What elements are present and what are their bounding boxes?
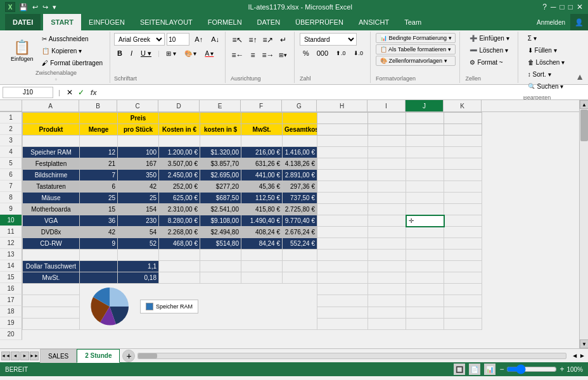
cell-A15[interactable]: MwSt. xyxy=(23,272,80,284)
underline-btn[interactable]: U ▾ xyxy=(137,47,155,60)
cell-I17[interactable] xyxy=(368,295,406,307)
insert-cells-btn[interactable]: ➕ Einfügen ▾ xyxy=(465,33,513,44)
cell-J12[interactable] xyxy=(406,238,444,250)
cell-C3[interactable] xyxy=(118,136,159,147)
cell-K5[interactable] xyxy=(444,158,482,170)
cell-G7[interactable]: 297,36 € xyxy=(283,181,317,193)
cell-J18[interactable] xyxy=(406,307,444,318)
cell-K7[interactable] xyxy=(444,181,482,193)
cell-D8[interactable]: 625,00 € xyxy=(159,193,200,204)
row-6[interactable]: 6 xyxy=(0,169,22,180)
cell-H17[interactable] xyxy=(317,295,368,307)
cell-G4[interactable]: 1.416,00 € xyxy=(283,147,317,158)
cell-B1[interactable] xyxy=(80,113,118,124)
cell-J10[interactable]: ✛ xyxy=(406,215,444,227)
cell-G10[interactable]: 9.770,40 € xyxy=(283,215,317,227)
cell-H16[interactable] xyxy=(317,284,368,295)
cell-G5[interactable]: 4.138,26 € xyxy=(283,158,317,170)
cell-B12[interactable]: 9 xyxy=(80,238,118,250)
align-top-right-btn[interactable]: ≡↗ xyxy=(261,33,275,47)
cell-C10[interactable]: 230 xyxy=(118,215,159,227)
cell-E9[interactable]: $2.541,00 xyxy=(200,204,241,215)
cell-A13[interactable] xyxy=(23,250,80,261)
cell-J6[interactable] xyxy=(406,170,444,181)
cell-E4[interactable]: $1.320,00 xyxy=(200,147,241,158)
cell-J16[interactable] xyxy=(406,284,444,295)
row-10[interactable]: 10 xyxy=(0,215,22,226)
cell-A11[interactable]: DVD8x xyxy=(23,227,80,238)
cell-J4[interactable] xyxy=(406,147,444,158)
confirm-formula-btn[interactable]: ✓ xyxy=(77,88,86,97)
cell-K9[interactable] xyxy=(444,204,482,215)
hscroll-left-btn[interactable]: ◄ xyxy=(572,352,578,359)
autosum-btn[interactable]: Σ ▾ xyxy=(523,33,569,44)
cell-H12[interactable] xyxy=(317,238,368,250)
row-11[interactable]: 11 xyxy=(0,226,22,238)
increase-font-btn[interactable]: A↑ xyxy=(191,33,206,46)
help-btn[interactable]: ? xyxy=(542,3,547,11)
cell-F6[interactable]: 441,00 € xyxy=(241,170,283,181)
row-2[interactable]: 2 xyxy=(0,124,22,135)
cell-C11[interactable]: 54 xyxy=(118,227,159,238)
cell-B4[interactable]: 12 xyxy=(80,147,118,158)
cell-D1[interactable] xyxy=(159,113,200,124)
redo-quick-btn[interactable]: ↪ xyxy=(41,3,49,11)
bold-btn[interactable]: B xyxy=(114,47,125,60)
cell-K1[interactable] xyxy=(444,113,482,124)
undo-quick-btn[interactable]: ↩ xyxy=(31,3,39,11)
cell-I16[interactable] xyxy=(368,284,406,295)
cell-B10[interactable]: 36 xyxy=(80,215,118,227)
cell-H7[interactable] xyxy=(317,181,368,193)
cell-H3[interactable] xyxy=(317,136,368,147)
tab-prev-btn[interactable]: ◄◄ xyxy=(1,352,10,360)
cell-C1[interactable]: Preis xyxy=(118,113,159,124)
increase-decimal-btn[interactable]: ⬆.0 xyxy=(333,47,349,60)
align-right-btn[interactable]: ≡→ xyxy=(261,48,275,62)
cell-D6[interactable]: 2.450,00 € xyxy=(159,170,200,181)
cell-I6[interactable] xyxy=(368,170,406,181)
cell-I12[interactable] xyxy=(368,238,406,250)
tab-next-btn[interactable]: ► xyxy=(20,352,29,360)
row-17[interactable]: 17 xyxy=(0,294,22,306)
cell-I8[interactable] xyxy=(368,193,406,204)
cell-C15[interactable]: 0,18 xyxy=(118,272,159,284)
restore-btn[interactable]: □ xyxy=(560,3,565,11)
cell-G15[interactable] xyxy=(283,272,317,284)
clipboard-expand[interactable]: ⬦ xyxy=(54,76,58,82)
cell-B3[interactable] xyxy=(80,136,118,147)
cell-D10[interactable]: 8.280,00 € xyxy=(159,215,200,227)
cell-A4[interactable]: Speicher RAM xyxy=(23,147,80,158)
row-7[interactable]: 7 xyxy=(0,180,22,192)
cell-A1[interactable] xyxy=(23,113,80,124)
cell-B14[interactable] xyxy=(80,261,118,272)
col-header-H[interactable]: H xyxy=(317,100,368,111)
cell-H18[interactable] xyxy=(317,307,368,318)
cell-D2[interactable]: Kosten in € xyxy=(159,124,200,136)
sheet-tab-2stunde[interactable]: 2 Stunde xyxy=(77,349,120,363)
cell-J11[interactable] xyxy=(406,227,444,238)
cell-C7[interactable]: 42 xyxy=(118,181,159,193)
cell-E3[interactable] xyxy=(200,136,241,147)
cell-K19[interactable] xyxy=(444,318,482,329)
cell-A3[interactable] xyxy=(23,136,80,147)
cell-E6[interactable]: $2.695,00 xyxy=(200,170,241,181)
cell-F2[interactable]: MwSt. xyxy=(241,124,283,136)
cell-C4[interactable]: 100 xyxy=(118,147,159,158)
row-18[interactable]: 18 xyxy=(0,306,22,317)
page-break-btn[interactable]: 📊 xyxy=(484,364,495,375)
ribbon-collapse-btn[interactable]: ▲ xyxy=(574,70,585,83)
minimize-btn[interactable]: ─ xyxy=(551,3,556,11)
cell-H15[interactable] xyxy=(317,272,368,284)
cell-F9[interactable]: 415,80 € xyxy=(241,204,283,215)
cell-D9[interactable]: 2.310,00 € xyxy=(159,204,200,215)
cell-H10[interactable] xyxy=(317,215,368,227)
comma-btn[interactable]: 000 xyxy=(314,47,331,60)
cell-A7[interactable]: Tastaturen xyxy=(23,181,80,193)
scroll-down-btn[interactable]: ▼ xyxy=(580,339,588,348)
col-header-A[interactable]: A xyxy=(22,100,79,111)
row-14[interactable]: 14 xyxy=(0,260,22,272)
tab-prev2-btn[interactable]: ◄ xyxy=(11,352,20,360)
cell-D15[interactable] xyxy=(159,272,200,284)
format-as-table-btn[interactable]: 📋 Als Tabelle formatieren ▾ xyxy=(376,44,456,54)
grid-scroll[interactable]: Preis Produkt xyxy=(22,112,579,348)
